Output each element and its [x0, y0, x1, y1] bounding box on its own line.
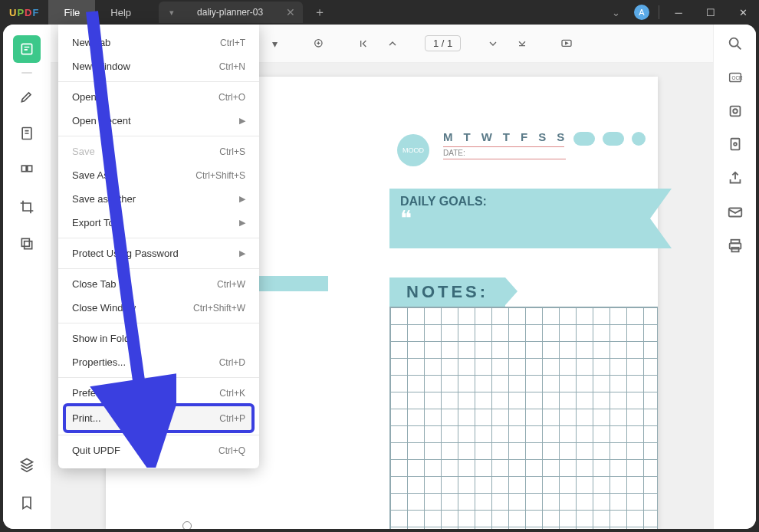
prev-page-icon[interactable]: [380, 31, 405, 56]
user-avatar[interactable]: A: [634, 5, 649, 20]
weather-icons: [573, 132, 646, 146]
dropdown-icon[interactable]: ▾: [262, 31, 287, 56]
date-label: DATE:: [443, 149, 566, 159]
svg-rect-2: [21, 166, 26, 172]
window-minimize-button[interactable]: ─: [662, 0, 695, 25]
svg-rect-18: [731, 248, 738, 252]
title-bar: UPDF File Help ▾ daliy-planner-03 ✕ ＋ ⌄ …: [0, 0, 759, 25]
menu-open[interactable]: Open...Ctrl+O: [58, 85, 259, 109]
share-icon[interactable]: [727, 170, 744, 187]
menu-close-tab[interactable]: Close TabCtrl+W: [58, 272, 259, 296]
annotate-tool-icon[interactable]: [13, 83, 41, 110]
menu-save-as[interactable]: Save As...Ctrl+Shift+S: [58, 163, 259, 187]
close-tab-icon[interactable]: ✕: [286, 6, 295, 18]
menu-help[interactable]: Help: [95, 0, 146, 25]
next-page-icon[interactable]: [481, 31, 505, 56]
chevron-down-icon[interactable]: ⌄: [604, 7, 628, 18]
svg-text:OCR: OCR: [731, 75, 743, 80]
svg-rect-5: [25, 241, 32, 249]
menu-file[interactable]: File: [48, 0, 95, 25]
compress-icon[interactable]: [727, 103, 744, 120]
menu-save-as-other[interactable]: Save as Other▶: [58, 187, 259, 211]
bookmark-icon[interactable]: [13, 489, 41, 517]
edit-tool-icon[interactable]: [13, 120, 41, 147]
notes-heading: NOTES:: [389, 277, 505, 307]
menu-export-to[interactable]: Export To▶: [58, 211, 259, 235]
weekday-row: MTWTFSS: [443, 130, 564, 147]
right-sidebar: OCR: [713, 25, 756, 529]
mood-badge: MOOD: [397, 134, 429, 166]
svg-point-12: [733, 109, 738, 113]
checklist: [182, 521, 192, 529]
tab-strip: ▾ daliy-planner-03 ✕ ＋: [159, 0, 337, 25]
menu-save: SaveCtrl+S: [58, 140, 259, 163]
redact-tool-icon[interactable]: [13, 230, 41, 258]
menu-preferences[interactable]: Preferences...Ctrl+K: [58, 381, 259, 405]
document-tab[interactable]: ▾ daliy-planner-03 ✕: [159, 2, 303, 23]
protect-icon[interactable]: [727, 136, 744, 153]
daily-goals-heading: DAILY GOALS:: [400, 195, 639, 209]
search-icon[interactable]: [727, 35, 744, 52]
window-close-button[interactable]: ✕: [727, 0, 759, 25]
menu-quit[interactable]: Quit UPDFCtrl+Q: [58, 438, 259, 462]
menu-show-in-folder[interactable]: Show in Folder: [58, 327, 259, 350]
last-page-icon[interactable]: [510, 31, 534, 56]
new-tab-button[interactable]: ＋: [303, 5, 337, 21]
ocr-icon[interactable]: OCR: [727, 69, 744, 86]
quote-icon: ❝: [400, 210, 639, 227]
crop-tool-icon[interactable]: [13, 193, 41, 221]
svg-rect-3: [28, 166, 32, 172]
organize-tool-icon[interactable]: [13, 156, 41, 184]
notes-grid: [389, 307, 658, 529]
file-menu-dropdown: New TabCtrl+T New WindowCtrl+N Open...Ct…: [58, 25, 259, 468]
presentation-icon[interactable]: [554, 31, 579, 56]
tab-title: daliy-planner-03: [197, 7, 263, 18]
tab-dropdown-icon[interactable]: ▾: [169, 8, 174, 18]
window-maximize-button[interactable]: ☐: [695, 0, 727, 25]
layers-icon[interactable]: [13, 451, 41, 478]
menu-new-window[interactable]: New WindowCtrl+N: [58, 54, 259, 78]
app-logo: UPDF: [0, 7, 48, 18]
left-sidebar: [3, 25, 51, 529]
menu-new-tab[interactable]: New TabCtrl+T: [58, 31, 259, 54]
menu-protect[interactable]: Protect Using Password▶: [58, 241, 259, 265]
reader-tool-icon[interactable]: [13, 35, 41, 63]
menu-properties[interactable]: Properties...Ctrl+D: [58, 350, 259, 374]
svg-point-8: [729, 38, 738, 47]
menu-open-recent[interactable]: Open Recent▶: [58, 109, 259, 133]
print-icon[interactable]: [727, 238, 744, 255]
svg-rect-4: [21, 238, 29, 246]
first-page-icon[interactable]: [351, 31, 376, 56]
menu-print[interactable]: Print...Ctrl+P: [64, 405, 253, 432]
zoom-in-icon[interactable]: [307, 31, 331, 56]
email-icon[interactable]: [727, 204, 744, 221]
menu-close-window[interactable]: Close WindowCtrl+Shift+W: [58, 296, 259, 320]
daily-goals-banner: DAILY GOALS: ❝: [389, 189, 650, 248]
page-number-display[interactable]: 1 / 1: [425, 35, 461, 51]
svg-rect-13: [731, 139, 739, 150]
svg-rect-11: [730, 107, 740, 117]
svg-point-14: [734, 143, 737, 146]
